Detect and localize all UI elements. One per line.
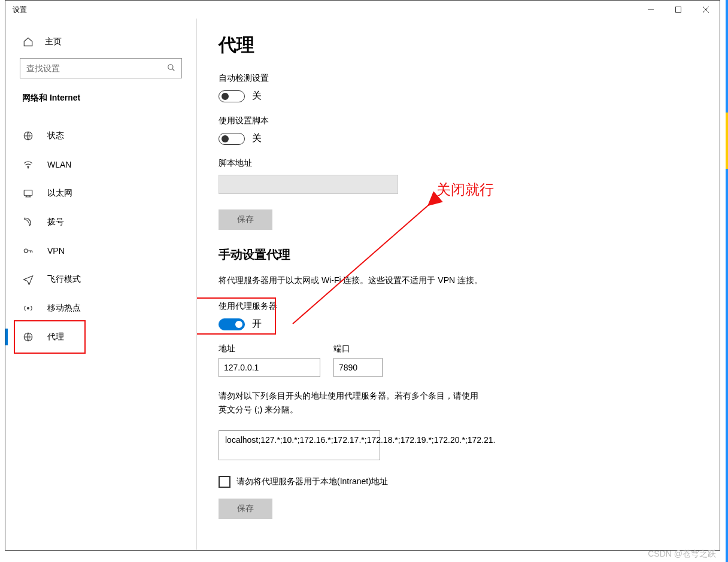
window-controls bbox=[637, 1, 720, 19]
use-proxy-toggle[interactable] bbox=[219, 318, 245, 330]
bypass-description: 请勿对以下列条目开头的地址使用代理服务器。若有多个条目，请使用英文分号 (;) … bbox=[219, 389, 482, 416]
sidebar: 主页 网络和 Internet 状态 WLAN bbox=[5, 19, 197, 550]
use-script-state: 关 bbox=[252, 132, 262, 145]
auto-detect-toggle[interactable] bbox=[219, 90, 245, 102]
sidebar-item-proxy[interactable]: 代理 bbox=[5, 323, 196, 351]
manual-section-title: 手动设置代理 bbox=[219, 247, 702, 263]
use-proxy-label: 使用代理服务器 bbox=[219, 301, 702, 312]
status-icon bbox=[22, 130, 34, 141]
sidebar-item-vpn[interactable]: VPN bbox=[5, 236, 196, 265]
script-address-label: 脚本地址 bbox=[219, 158, 702, 169]
intranet-checkbox[interactable] bbox=[219, 476, 230, 488]
sidebar-item-hotspot[interactable]: 移动热点 bbox=[5, 294, 196, 323]
auto-detect-label: 自动检测设置 bbox=[219, 73, 702, 84]
sidebar-item-label: 飞行模式 bbox=[47, 274, 81, 285]
csdn-watermark: CSDN @苍穹之跃 bbox=[648, 549, 716, 560]
sidebar-item-wlan[interactable]: WLAN bbox=[5, 150, 196, 179]
dialup-icon bbox=[22, 217, 34, 227]
hotspot-icon bbox=[22, 303, 34, 314]
search-field[interactable] bbox=[26, 63, 167, 73]
maximize-button[interactable] bbox=[665, 1, 692, 19]
airplane-icon bbox=[22, 274, 34, 285]
address-label: 地址 bbox=[219, 344, 320, 354]
home-icon bbox=[22, 37, 34, 47]
script-address-input[interactable] bbox=[219, 175, 398, 194]
bypass-value: localhost;127.*;10.*;172.16.*;172.17.*;1… bbox=[225, 435, 495, 445]
sidebar-item-ethernet[interactable]: 以太网 bbox=[5, 179, 196, 208]
vpn-icon bbox=[22, 245, 34, 256]
sidebar-item-label: VPN bbox=[47, 246, 65, 256]
manual-description: 将代理服务器用于以太网或 Wi-Fi 连接。这些设置不适用于 VPN 连接。 bbox=[219, 274, 494, 287]
sidebar-item-label: 代理 bbox=[47, 332, 64, 342]
minimize-button[interactable] bbox=[637, 1, 665, 19]
sidebar-item-airplane[interactable]: 飞行模式 bbox=[5, 265, 196, 294]
main-content: 代理 自动检测设置 关 使用设置脚本 关 脚本地址 保存 手动设置代理 将代理服… bbox=[197, 19, 720, 550]
port-input[interactable] bbox=[333, 358, 383, 377]
save-button-top[interactable]: 保存 bbox=[219, 209, 272, 230]
svg-point-7 bbox=[28, 168, 29, 169]
use-script-toggle[interactable] bbox=[219, 133, 245, 145]
sidebar-item-label: 拨号 bbox=[47, 217, 64, 227]
sidebar-item-label: 以太网 bbox=[47, 188, 72, 199]
window-title: 设置 bbox=[13, 5, 27, 15]
use-proxy-state: 开 bbox=[252, 318, 262, 330]
home-label: 主页 bbox=[45, 37, 62, 47]
wifi-icon bbox=[22, 159, 34, 170]
address-input[interactable] bbox=[219, 358, 320, 377]
search-input[interactable] bbox=[20, 58, 182, 78]
bypass-input[interactable]: localhost;127.*;10.*;172.16.*;172.17.*;1… bbox=[219, 430, 380, 460]
svg-rect-1 bbox=[676, 7, 681, 13]
svg-point-10 bbox=[28, 308, 29, 309]
close-button[interactable] bbox=[692, 1, 720, 19]
auto-detect-state: 关 bbox=[252, 90, 262, 102]
right-watermark-strip bbox=[726, 0, 728, 562]
ethernet-icon bbox=[22, 188, 34, 199]
sidebar-section-title: 网络和 Internet bbox=[5, 89, 196, 110]
page-title: 代理 bbox=[219, 33, 702, 57]
save-button-bottom[interactable]: 保存 bbox=[219, 499, 272, 519]
intranet-label: 请勿将代理服务器用于本地(Intranet)地址 bbox=[236, 476, 388, 487]
search-icon bbox=[167, 63, 175, 74]
sidebar-item-label: 移动热点 bbox=[47, 303, 81, 314]
port-label: 端口 bbox=[333, 344, 383, 354]
svg-point-9 bbox=[24, 249, 28, 253]
sidebar-item-label: WLAN bbox=[47, 160, 71, 169]
svg-line-5 bbox=[172, 68, 175, 71]
sidebar-item-dialup[interactable]: 拨号 bbox=[5, 208, 196, 236]
settings-window: 设置 主页 bbox=[5, 0, 720, 551]
sidebar-item-status[interactable]: 状态 bbox=[5, 121, 196, 150]
svg-rect-8 bbox=[24, 190, 32, 196]
titlebar: 设置 bbox=[5, 1, 720, 19]
sidebar-nav: 状态 WLAN 以太网 拨号 VPN bbox=[5, 121, 196, 351]
svg-point-4 bbox=[168, 64, 173, 69]
sidebar-item-label: 状态 bbox=[47, 130, 64, 141]
home-link[interactable]: 主页 bbox=[5, 31, 196, 58]
use-script-label: 使用设置脚本 bbox=[219, 116, 702, 126]
proxy-icon bbox=[22, 332, 34, 342]
